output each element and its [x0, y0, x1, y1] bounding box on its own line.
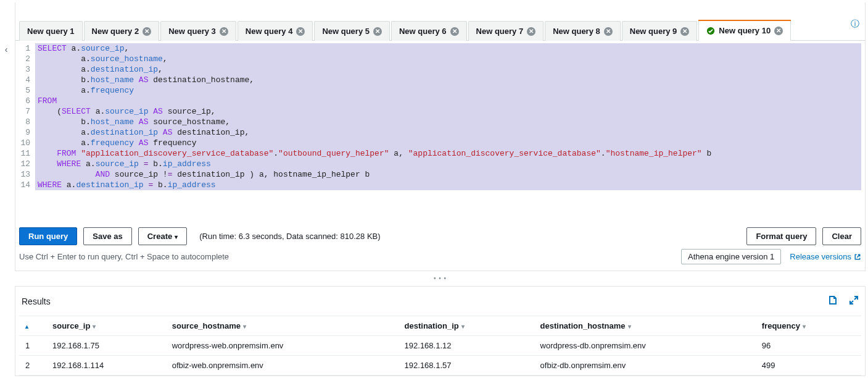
close-icon[interactable]: ✕: [680, 27, 689, 36]
code-line: a.frequency AS frequency: [38, 138, 859, 148]
line-number: 14: [19, 180, 30, 190]
close-icon[interactable]: ✕: [527, 27, 535, 36]
panel-splitter[interactable]: • • •: [15, 275, 866, 281]
column-label: source_ip: [52, 321, 90, 330]
query-panel: ⓘ New query 1New query 2✕New query 3✕New…: [15, 2, 866, 271]
download-icon[interactable]: [828, 295, 838, 307]
expand-icon[interactable]: [849, 295, 859, 307]
tabs-bar: New query 1New query 2✕New query 3✕New q…: [15, 2, 865, 41]
code-line: a.destination_ip,: [38, 64, 859, 75]
hint-right: Athena engine version 1 Release versions: [681, 249, 861, 264]
table-row[interactable]: 2192.168.1.114ofbiz-web.onpremsim.env192…: [19, 356, 861, 376]
tab-label: New query 2: [92, 27, 139, 36]
sort-icon: ▾: [461, 323, 465, 330]
close-icon[interactable]: ✕: [450, 27, 459, 36]
sort-icon: ▾: [803, 323, 806, 330]
code-line: (SELECT a.source_ip AS source_ip,: [38, 106, 859, 117]
tab-7[interactable]: New query 7✕: [468, 21, 544, 41]
column-header[interactable]: ▴: [19, 316, 46, 336]
tab-label: New query 5: [322, 27, 370, 36]
cell-source_hostname: ofbiz-web.onpremsim.env: [166, 356, 399, 376]
column-header[interactable]: source_hostname▾: [166, 316, 399, 336]
close-icon[interactable]: ✕: [220, 27, 228, 36]
line-number: 1: [19, 43, 30, 54]
code-line: a.frequency: [38, 85, 859, 96]
code-line: FROM: [38, 96, 859, 106]
results-header: Results: [19, 295, 861, 316]
results-table: ▴source_ip▾source_hostname▾destination_i…: [19, 316, 861, 376]
line-number: 7: [19, 106, 30, 117]
close-icon[interactable]: ✕: [143, 27, 151, 36]
caret-down-icon: ▾: [175, 233, 178, 240]
code-line: b.host_name AS destination_hostname,: [38, 75, 859, 85]
column-label: frequency: [762, 321, 800, 330]
results-body: 1192.168.1.75wordpress-web.onpremsim.env…: [19, 336, 861, 376]
sort-icon: ▾: [243, 323, 246, 330]
tab-10[interactable]: New query 10✕: [698, 20, 791, 41]
cell-destination_ip: 192.168.1.57: [399, 356, 534, 376]
tab-label: New query 3: [168, 27, 216, 36]
tab-1[interactable]: New query 1: [19, 21, 83, 41]
tab-label: New query 6: [399, 27, 447, 36]
column-header[interactable]: source_ip▾: [46, 316, 166, 336]
engine-version-box[interactable]: Athena engine version 1: [681, 249, 781, 264]
line-number: 5: [19, 85, 30, 96]
tab-label: New query 1: [27, 27, 75, 36]
code-line: a.destination_ip AS destination_ip,: [38, 127, 859, 138]
tab-label: New query 10: [719, 26, 771, 35]
tab-label: New query 9: [630, 27, 677, 36]
cell-source_ip: 192.168.1.114: [46, 356, 166, 376]
line-number: 2: [19, 54, 30, 64]
sort-ascending-icon: ▴: [25, 323, 28, 330]
line-number: 9: [19, 127, 30, 138]
tab-label: New query 4: [246, 27, 293, 36]
close-icon[interactable]: ✕: [604, 27, 613, 36]
create-button[interactable]: Create▾: [138, 227, 187, 245]
collapse-panel-icon[interactable]: ‹: [5, 44, 8, 54]
results-actions: [828, 295, 859, 307]
column-header[interactable]: destination_ip▾: [399, 316, 534, 336]
column-header[interactable]: frequency▾: [756, 316, 861, 336]
line-number: 11: [19, 148, 30, 159]
cell-frequency: 499: [756, 356, 861, 376]
tab-5[interactable]: New query 5✕: [314, 21, 390, 41]
cell-idx: 1: [19, 336, 46, 356]
success-icon: [706, 27, 715, 35]
column-header[interactable]: destination_hostname▾: [534, 316, 756, 336]
tab-4[interactable]: New query 4✕: [238, 21, 313, 41]
tab-3[interactable]: New query 3✕: [160, 21, 236, 41]
code-line: SELECT a.source_ip,: [38, 43, 859, 54]
cell-destination_hostname: ofbiz-db.onpremsim.env: [534, 356, 756, 376]
format-query-button[interactable]: Format query: [746, 227, 816, 245]
code-area[interactable]: SELECT a.source_ip, a.source_hostname, a…: [35, 43, 861, 190]
results-header-row: ▴source_ip▾source_hostname▾destination_i…: [19, 316, 861, 336]
cell-frequency: 96: [756, 336, 861, 356]
line-number: 3: [19, 64, 30, 75]
tab-2[interactable]: New query 2✕: [84, 21, 160, 41]
actions-right: Format query Clear: [746, 227, 861, 245]
run-info-text: (Run time: 6.3 seconds, Data scanned: 81…: [199, 232, 380, 241]
line-number: 4: [19, 75, 30, 85]
cell-destination_ip: 192.168.1.12: [399, 336, 534, 356]
tab-6[interactable]: New query 6✕: [391, 21, 467, 41]
cell-destination_hostname: wordpress-db.onpremsim.env: [534, 336, 756, 356]
clear-button[interactable]: Clear: [822, 227, 861, 245]
close-icon[interactable]: ✕: [373, 27, 382, 36]
close-icon[interactable]: ✕: [296, 27, 305, 36]
code-line: WHERE a.source_ip = b.ip_address: [38, 159, 859, 169]
close-icon[interactable]: ✕: [774, 27, 783, 35]
hint-row: Use Ctrl + Enter to run query, Ctrl + Sp…: [15, 249, 865, 271]
tab-9[interactable]: New query 9✕: [622, 21, 698, 41]
tab-8[interactable]: New query 8✕: [545, 21, 621, 41]
code-line: WHERE a.destination_ip = b.ip_address: [38, 180, 859, 190]
tab-label: New query 8: [553, 27, 600, 36]
table-row[interactable]: 1192.168.1.75wordpress-web.onpremsim.env…: [19, 336, 861, 356]
release-versions-link[interactable]: Release versions: [790, 252, 861, 261]
actions-row: Run query Save as Create▾ (Run time: 6.3…: [15, 227, 865, 249]
sql-editor[interactable]: 1234567891011121314 SELECT a.source_ip, …: [15, 41, 865, 227]
cell-source_ip: 192.168.1.75: [46, 336, 166, 356]
info-icon[interactable]: ⓘ: [851, 19, 859, 30]
save-as-button[interactable]: Save as: [83, 227, 131, 245]
run-query-button[interactable]: Run query: [19, 227, 77, 245]
create-button-label: Create: [147, 232, 172, 241]
